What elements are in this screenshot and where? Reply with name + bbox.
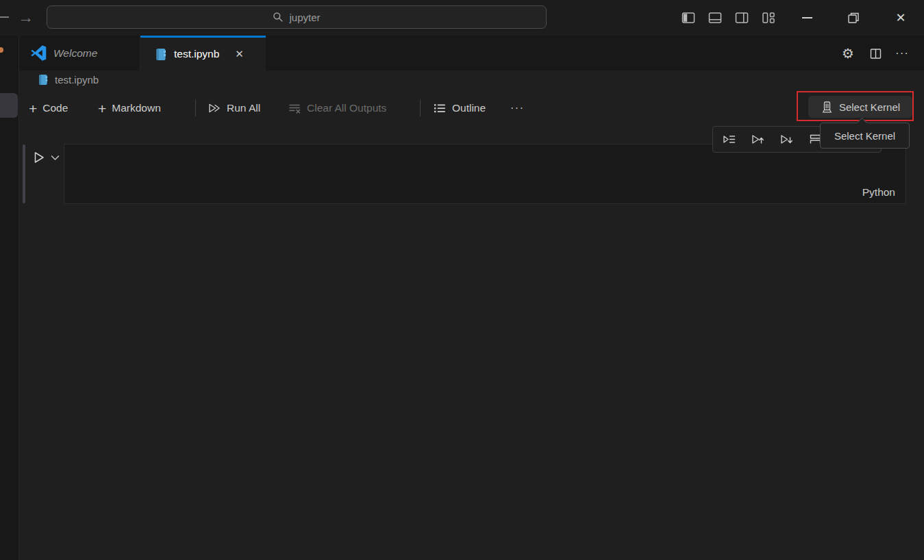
- cell-focus-indicator[interactable]: [23, 144, 25, 203]
- outline-label: Outline: [452, 102, 486, 114]
- kernel-icon: [821, 101, 834, 114]
- select-kernel-tooltip: Select Kernel: [820, 123, 910, 149]
- editor-actions: ⚙ ···: [19, 36, 924, 71]
- outline-icon: [433, 101, 447, 115]
- vscode-window: → jupyter ✕: [0, 0, 924, 560]
- restore-icon[interactable]: [845, 10, 862, 26]
- activity-badge-dot: [0, 47, 3, 53]
- activity-bar-sliver: [0, 36, 19, 560]
- minimize-icon[interactable]: [799, 10, 815, 26]
- add-markdown-cell-button[interactable]: + Markdown: [98, 97, 161, 120]
- clear-outputs-icon: [288, 101, 301, 115]
- run-all-icon: [208, 101, 221, 115]
- toggle-panel-icon[interactable]: [707, 10, 723, 26]
- clear-all-outputs-button[interactable]: Clear All Outputs: [288, 97, 386, 120]
- add-code-label: Code: [42, 102, 68, 114]
- tooltip-text: Select Kernel: [834, 130, 895, 142]
- run-all-button[interactable]: Run All: [208, 97, 260, 120]
- clear-all-outputs-label: Clear All Outputs: [307, 102, 386, 114]
- title-bar: → jupyter ✕: [0, 0, 924, 36]
- code-cell-editor[interactable]: Python: [64, 144, 906, 204]
- run-by-line-icon[interactable]: [722, 132, 736, 147]
- toolbar-separator: [195, 99, 196, 116]
- toggle-secondary-sidebar-icon[interactable]: [734, 10, 750, 26]
- run-all-label: Run All: [227, 102, 260, 114]
- outline-button[interactable]: Outline: [433, 97, 486, 120]
- run-cell-dropdown-icon[interactable]: [49, 152, 61, 163]
- breadcrumb-file: test.ipynb: [55, 74, 99, 86]
- more-editor-actions-icon[interactable]: ···: [893, 44, 911, 62]
- window-controls: ✕: [0, 0, 924, 36]
- notebook-file-icon: [38, 74, 49, 86]
- select-kernel-label: Select Kernel: [839, 101, 900, 113]
- breadcrumb[interactable]: test.ipynb: [38, 74, 99, 86]
- plus-icon: +: [29, 101, 37, 116]
- gear-icon[interactable]: ⚙: [839, 44, 857, 62]
- toolbar-separator: [420, 99, 421, 116]
- editor-tab-bar: Welcome test.ipynb ✕ ⚙ ···: [19, 36, 924, 71]
- add-markdown-label: Markdown: [112, 102, 161, 114]
- customize-layout-icon[interactable]: [760, 10, 777, 26]
- execute-above-cells-icon[interactable]: [751, 132, 765, 147]
- execute-cell-and-below-icon[interactable]: [779, 132, 794, 147]
- cell-language-picker[interactable]: Python: [862, 186, 895, 199]
- annotation-highlight-box: Select Kernel: [797, 91, 914, 121]
- activity-item-highlight[interactable]: [0, 93, 18, 118]
- more-toolbar-actions-icon[interactable]: ···: [510, 97, 524, 120]
- add-code-cell-button[interactable]: + Code: [29, 97, 68, 120]
- run-cell-icon[interactable]: [31, 149, 47, 166]
- close-window-icon[interactable]: ✕: [892, 10, 909, 26]
- toggle-primary-sidebar-icon[interactable]: [680, 10, 697, 26]
- split-editor-icon[interactable]: [866, 44, 884, 62]
- select-kernel-button[interactable]: Select Kernel: [808, 96, 912, 118]
- plus-icon: +: [98, 101, 106, 116]
